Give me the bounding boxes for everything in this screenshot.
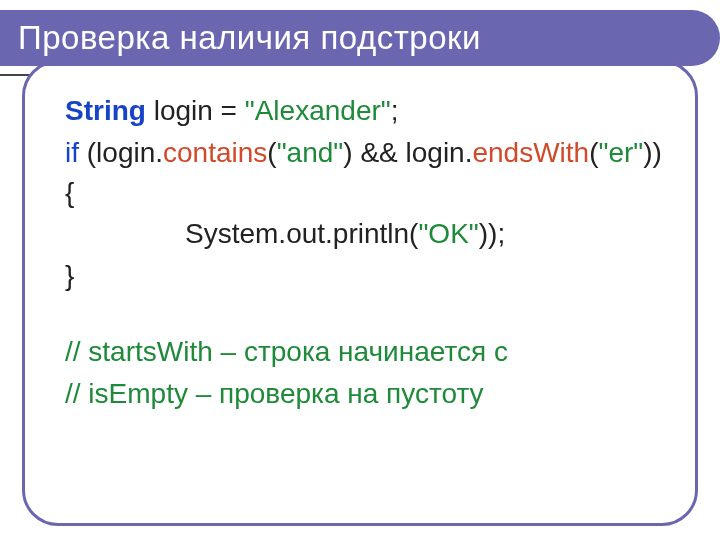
code-line: String login = "Alexander"; <box>65 91 671 131</box>
method-call: contains <box>163 137 267 168</box>
content-panel: String login = "Alexander"; if (login.co… <box>22 60 698 526</box>
code-text: login = <box>146 95 245 126</box>
code-block: String login = "Alexander"; if (login.co… <box>65 91 671 413</box>
code-line: } <box>65 256 671 296</box>
code-text: ( <box>589 137 598 168</box>
code-text: (login. <box>79 137 163 168</box>
code-line: // startsWith – строка начинается с <box>65 332 671 372</box>
slide-title: Проверка наличия подстроки <box>0 10 720 66</box>
code-text: ; <box>391 95 399 126</box>
code-text: ) && login. <box>343 137 472 168</box>
code-line: // isEmpty – проверка на пустоту <box>65 374 671 414</box>
keyword-if: if <box>65 137 79 168</box>
title-bar: Проверка наличия подстроки <box>0 10 720 66</box>
code-text: ( <box>267 137 276 168</box>
string-literal: "Alexander" <box>245 95 391 126</box>
code-line: System.out.println("OK")); <box>65 214 671 254</box>
brace-close: } <box>65 260 74 291</box>
code-text: System.out.println( <box>185 218 418 249</box>
comment: // isEmpty – проверка на пустоту <box>65 378 484 409</box>
string-literal: "OK" <box>418 218 478 249</box>
string-literal: "and" <box>277 137 344 168</box>
method-call: endsWith <box>472 137 589 168</box>
keyword-type: String <box>65 95 146 126</box>
code-line: if (login.contains("and") && login.endsW… <box>65 133 671 213</box>
code-text: )); <box>479 218 505 249</box>
string-literal: "er" <box>599 137 644 168</box>
blank-line <box>65 298 671 332</box>
comment: // startsWith – строка начинается с <box>65 336 508 367</box>
